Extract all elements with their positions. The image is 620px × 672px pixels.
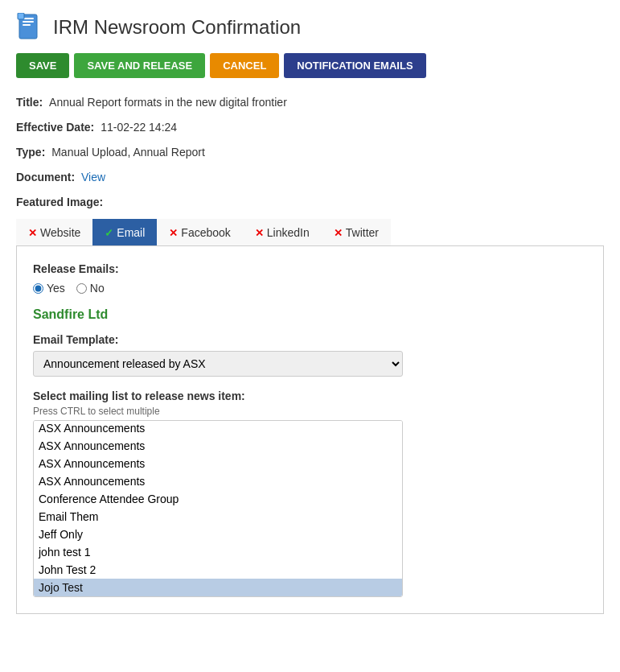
featured-image-label: Featured Image: — [16, 196, 103, 208]
save-button[interactable]: SAVE — [16, 53, 69, 78]
release-yes-radio[interactable] — [33, 283, 43, 294]
save-release-button[interactable]: SAVE AND RELEASE — [74, 53, 205, 78]
document-row: Document: View — [16, 169, 604, 186]
website-tab-x-icon: ✕ — [28, 227, 37, 239]
release-yes-label: Yes — [47, 282, 65, 295]
email-tab-check-icon: ✓ — [105, 227, 113, 239]
tab-email[interactable]: ✓ Email — [92, 219, 157, 245]
release-emails-label: Release Emails: — [33, 262, 587, 275]
title-value: Annual Report formats in the new digital… — [49, 96, 287, 109]
title-row: Title: Annual Report formats in the new … — [16, 94, 604, 111]
cancel-button[interactable]: CANCEL — [210, 53, 279, 78]
page-title: IRM Newsroom Confirmation — [53, 16, 301, 39]
tab-facebook[interactable]: ✕ Facebook — [157, 219, 242, 245]
tab-twitter-label: Twitter — [346, 226, 379, 239]
toolbar: SAVE SAVE AND RELEASE CANCEL NOTIFICATIO… — [16, 53, 604, 78]
type-row: Type: Manual Upload, Annual Report — [16, 144, 604, 161]
page-container: IRM Newsroom Confirmation SAVE SAVE AND … — [0, 0, 620, 672]
effective-date-row: Effective Date: 11-02-22 14:24 — [16, 119, 604, 136]
email-template-label: Email Template: — [33, 333, 587, 346]
document-icon — [16, 13, 45, 42]
tab-facebook-label: Facebook — [181, 226, 230, 239]
document-label: Document: — [16, 171, 75, 183]
mailing-list-select[interactable]: ASX AnnouncementsASX AnnouncementsASX An… — [33, 420, 403, 597]
svg-rect-3 — [23, 24, 31, 26]
facebook-tab-x-icon: ✕ — [169, 227, 178, 239]
notification-emails-button[interactable]: NOTIFICATION EMAILS — [284, 53, 425, 78]
release-no-option[interactable]: No — [76, 282, 105, 295]
twitter-tab-x-icon: ✕ — [334, 227, 343, 239]
type-value: Manual Upload, Annual Report — [51, 146, 205, 159]
release-no-label: No — [90, 282, 105, 295]
tab-website[interactable]: ✕ Website — [16, 219, 92, 245]
tab-linkedin-label: LinkedIn — [267, 226, 310, 239]
ctrl-hint: Press CTRL to select multiple — [33, 406, 587, 417]
tab-content-email: Release Emails: Yes No Sandfire Ltd Emai… — [16, 246, 604, 614]
info-section: Title: Annual Report formats in the new … — [16, 94, 604, 211]
select-mailing-label: Select mailing list to release news item… — [33, 390, 587, 402]
page-header: IRM Newsroom Confirmation — [16, 13, 604, 42]
type-label: Type: — [16, 146, 45, 159]
svg-rect-4 — [18, 13, 24, 19]
release-emails-radio-group: Yes No — [33, 282, 587, 295]
release-yes-option[interactable]: Yes — [33, 282, 65, 295]
email-template-select[interactable]: Announcement released by ASXCustom Templ… — [33, 351, 403, 377]
tab-twitter[interactable]: ✕ Twitter — [322, 219, 391, 245]
svg-rect-2 — [23, 21, 34, 23]
effective-date-label: Effective Date: — [16, 121, 94, 134]
linkedin-tab-x-icon: ✕ — [255, 227, 264, 239]
company-name: Sandfire Ltd — [33, 307, 587, 322]
effective-date-value: 11-02-22 14:24 — [101, 121, 177, 134]
tab-email-label: Email — [117, 226, 145, 239]
tab-website-label: Website — [40, 226, 80, 239]
featured-image-row: Featured Image: — [16, 194, 604, 211]
document-link[interactable]: View — [81, 171, 105, 183]
tabs-bar: ✕ Website ✓ Email ✕ Facebook ✕ LinkedIn … — [16, 219, 604, 246]
release-no-radio[interactable] — [76, 283, 87, 294]
tab-linkedin[interactable]: ✕ LinkedIn — [243, 219, 322, 245]
title-label: Title: — [16, 96, 43, 109]
